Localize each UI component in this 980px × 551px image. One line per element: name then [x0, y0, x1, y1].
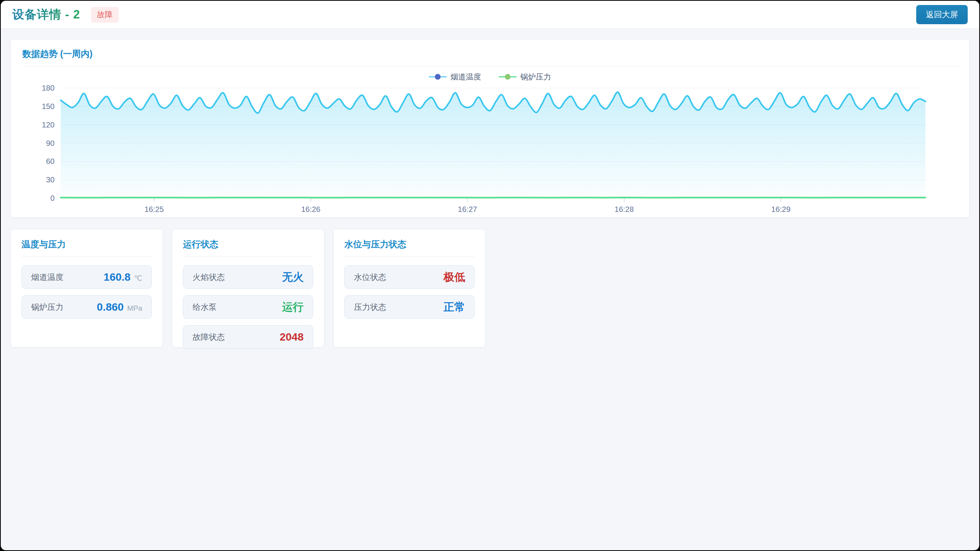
- legend-label: 烟道温度: [450, 72, 481, 82]
- metric-unit: MPa: [127, 304, 142, 312]
- app-window: 设备详情 - 2 故障 返回大屏 数据趋势 (一周内) 烟道温度 锅炉压力 03…: [1, 1, 979, 550]
- legend-item-pressure[interactable]: 锅炉压力: [499, 72, 551, 82]
- x-axis-label: 16:27: [458, 205, 477, 213]
- y-axis-label: 30: [46, 175, 55, 184]
- metric-row: 水位状态极低: [344, 265, 475, 289]
- status-card: 温度与压力烟道温度160.8℃锅炉压力0.860MPa: [10, 229, 163, 347]
- x-axis-label: 16:29: [771, 205, 791, 213]
- y-axis-label: 180: [42, 84, 55, 92]
- main-content: 数据趋势 (一周内) 烟道温度 锅炉压力 030609012015018016:…: [1, 29, 979, 358]
- metric-label: 水位状态: [354, 272, 386, 283]
- header: 设备详情 - 2 故障 返回大屏: [1, 1, 979, 29]
- x-axis-label: 16:26: [301, 205, 321, 213]
- y-axis-label: 60: [46, 157, 55, 165]
- metric-label: 烟道温度: [31, 272, 63, 283]
- back-button[interactable]: 返回大屏: [916, 5, 968, 24]
- metric-unit: ℃: [134, 274, 142, 282]
- legend-marker-icon: [429, 73, 447, 80]
- status-card: 运行状态火焰状态无火给水泵运行故障状态2048: [172, 229, 324, 347]
- trend-card: 数据趋势 (一周内) 烟道温度 锅炉压力 030609012015018016:…: [10, 39, 970, 218]
- metric-label: 压力状态: [354, 302, 386, 313]
- metric-value: 2048: [280, 331, 304, 343]
- y-axis-label: 120: [42, 121, 55, 129]
- metric-row: 锅炉压力0.860MPa: [22, 295, 152, 319]
- metric-label: 火焰状态: [193, 272, 225, 283]
- trend-chart[interactable]: 030609012015018016:2516:2616:2716:2816:2…: [22, 83, 959, 217]
- page-title: 设备详情 - 2: [12, 7, 80, 23]
- metric-value: 运行: [282, 301, 304, 313]
- y-axis-label: 150: [42, 102, 55, 111]
- status-card-title: 水位与压力状态: [344, 229, 475, 257]
- status-card-title: 温度与压力: [22, 229, 152, 257]
- metric-value: 160.8: [104, 271, 131, 283]
- fault-badge: 故障: [91, 7, 119, 23]
- metric-label: 给水泵: [193, 302, 217, 313]
- metric-row: 压力状态正常: [344, 295, 475, 319]
- status-card-title: 运行状态: [183, 229, 313, 257]
- legend-marker-icon: [499, 73, 517, 80]
- metric-row: 烟道温度160.8℃: [22, 265, 152, 289]
- legend-label: 锅炉压力: [520, 72, 551, 82]
- trend-card-title: 数据趋势 (一周内): [22, 40, 958, 66]
- x-axis-label: 16:25: [145, 205, 164, 213]
- metric-row: 给水泵运行: [183, 295, 313, 319]
- chart-legend: 烟道温度 锅炉压力: [22, 72, 958, 81]
- metric-value: 0.860: [97, 301, 124, 313]
- metric-label: 故障状态: [193, 332, 225, 343]
- status-card: 水位与压力状态水位状态极低压力状态正常: [333, 229, 486, 347]
- metric-value: 正常: [443, 301, 465, 313]
- metric-row: 火焰状态无火: [183, 265, 313, 289]
- metric-row: 故障状态2048: [183, 325, 313, 349]
- status-cards-row: 温度与压力烟道温度160.8℃锅炉压力0.860MPa运行状态火焰状态无火给水泵…: [10, 229, 970, 347]
- metric-label: 锅炉压力: [31, 302, 63, 313]
- metric-value: 无火: [282, 271, 304, 283]
- metric-value: 极低: [443, 271, 465, 283]
- y-axis-label: 90: [46, 139, 55, 147]
- legend-item-temperature[interactable]: 烟道温度: [429, 72, 481, 82]
- x-axis-label: 16:28: [615, 205, 634, 213]
- y-axis-label: 0: [50, 194, 55, 202]
